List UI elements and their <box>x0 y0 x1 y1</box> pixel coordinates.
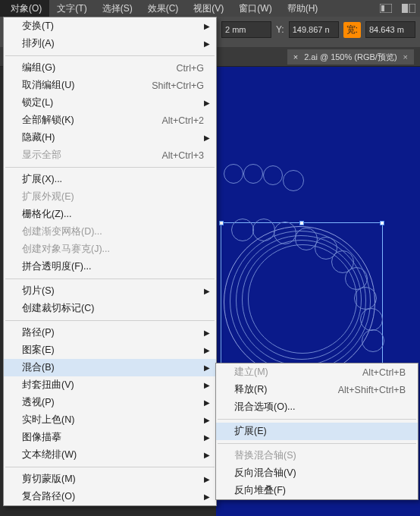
submenu-arrow-icon: ▶ <box>204 475 210 483</box>
submenu-arrow-icon: ▶ <box>204 99 210 107</box>
submenu-arrow-icon: ▶ <box>204 134 210 142</box>
smi-options[interactable]: 混合选项(O)... <box>216 398 418 416</box>
tab-label: 2.ai @ 150% (RGB/预览) <box>304 52 396 63</box>
smi-reverse-front[interactable]: 反向堆叠(F) <box>216 482 418 499</box>
menu-select[interactable]: 选择(S) <box>95 0 140 17</box>
arrange-docs-icon[interactable] <box>397 2 420 15</box>
document-tab[interactable]: × 2.ai @ 150% (RGB/预览) × <box>287 49 414 64</box>
smi-reverse-spine[interactable]: 反向混合轴(V) <box>216 464 418 482</box>
submenu-arrow-icon: ▶ <box>204 416 210 424</box>
mi-pattern[interactable]: 图案(E)▶ <box>4 341 216 359</box>
mi-lock[interactable]: 锁定(L)▶ <box>4 94 216 112</box>
blend-submenu: 建立(M)Alt+Ctrl+B 释放(R)Alt+Shift+Ctrl+B 混合… <box>215 363 418 500</box>
width-field[interactable]: 84.643 m <box>365 21 415 38</box>
submenu-arrow-icon: ▶ <box>204 329 210 337</box>
smi-release[interactable]: 释放(R)Alt+Shift+Ctrl+B <box>216 381 418 398</box>
submenu-arrow-icon: ▶ <box>204 433 210 442</box>
menu-help[interactable]: 帮助(H) <box>280 0 326 17</box>
menu-window[interactable]: 窗口(W) <box>231 0 279 17</box>
mi-image-trace[interactable]: 图像描摹▶ <box>4 429 216 446</box>
svg-rect-1 <box>381 5 384 11</box>
svg-rect-3 <box>409 4 415 13</box>
mi-transform[interactable]: 变换(T)▶ <box>4 17 216 35</box>
mi-flatten[interactable]: 拼合透明度(F)... <box>4 258 216 275</box>
menu-text[interactable]: 文字(T) <box>49 0 94 17</box>
field-snippet[interactable]: 2 mm <box>221 21 271 38</box>
mi-unlock-all[interactable]: 全部解锁(K)Alt+Ctrl+2 <box>4 112 216 129</box>
tab-close-icon-left[interactable]: × <box>293 52 298 61</box>
mi-expand[interactable]: 扩展(X)... <box>4 171 216 188</box>
smi-expand[interactable]: 扩展(E) <box>216 423 418 440</box>
mi-blend[interactable]: 混合(B)▶ <box>4 359 216 376</box>
mi-expand-appearance: 扩展外观(E) <box>4 188 216 206</box>
submenu-arrow-icon: ▶ <box>204 39 210 48</box>
smi-replace-spine: 替换混合轴(S) <box>216 447 418 464</box>
mi-live-paint[interactable]: 实时上色(N)▶ <box>4 411 216 429</box>
mi-mosaic: 创建对象马赛克(J)... <box>4 241 216 258</box>
mi-text-wrap[interactable]: 文本绕排(W)▶ <box>4 446 216 464</box>
submenu-arrow-icon: ▶ <box>204 346 210 354</box>
width-label: 宽: <box>343 22 361 38</box>
menu-effect[interactable]: 效果(C) <box>140 0 186 17</box>
submenu-arrow-icon: ▶ <box>204 363 210 372</box>
smi-make: 建立(M)Alt+Ctrl+B <box>216 363 418 381</box>
mi-hide[interactable]: 隐藏(H)▶ <box>4 129 216 146</box>
mi-rasterize[interactable]: 栅格化(Z)... <box>4 206 216 223</box>
mi-trim-marks[interactable]: 创建裁切标记(C) <box>4 300 216 317</box>
mi-compound[interactable]: 复合路径(O)▶ <box>4 488 216 505</box>
y-label: Y: <box>276 24 284 35</box>
submenu-arrow-icon: ▶ <box>204 287 210 295</box>
mi-clip-mask[interactable]: 剪切蒙版(M)▶ <box>4 470 216 488</box>
panel-icon[interactable] <box>375 2 397 15</box>
mi-arrange[interactable]: 排列(A)▶ <box>4 35 216 52</box>
mi-ungroup[interactable]: 取消编组(U)Shift+Ctrl+G <box>4 77 216 94</box>
submenu-arrow-icon: ▶ <box>204 381 210 389</box>
mi-envelope[interactable]: 封套扭曲(V)▶ <box>4 376 216 394</box>
submenu-arrow-icon: ▶ <box>204 451 210 459</box>
submenu-arrow-icon: ▶ <box>204 398 210 407</box>
submenu-arrow-icon: ▶ <box>204 492 210 501</box>
submenu-arrow-icon: ▶ <box>204 22 210 30</box>
tab-close-icon[interactable]: × <box>403 52 408 61</box>
menu-object[interactable]: 对象(O) <box>0 0 49 17</box>
menu-view[interactable]: 视图(V) <box>186 0 231 17</box>
mi-slice[interactable]: 切片(S)▶ <box>4 282 216 300</box>
mi-perspective[interactable]: 透视(P)▶ <box>4 394 216 411</box>
y-field[interactable]: 149.867 n <box>289 21 339 38</box>
mi-group[interactable]: 编组(G)Ctrl+G <box>4 59 216 77</box>
svg-rect-2 <box>402 4 408 13</box>
object-menu: 变换(T)▶ 排列(A)▶ 编组(G)Ctrl+G 取消编组(U)Shift+C… <box>3 17 217 506</box>
mi-show-all: 显示全部Alt+Ctrl+3 <box>4 146 216 164</box>
mi-gradient-mesh: 创建渐变网格(D)... <box>4 223 216 241</box>
mi-path[interactable]: 路径(P)▶ <box>4 324 216 341</box>
